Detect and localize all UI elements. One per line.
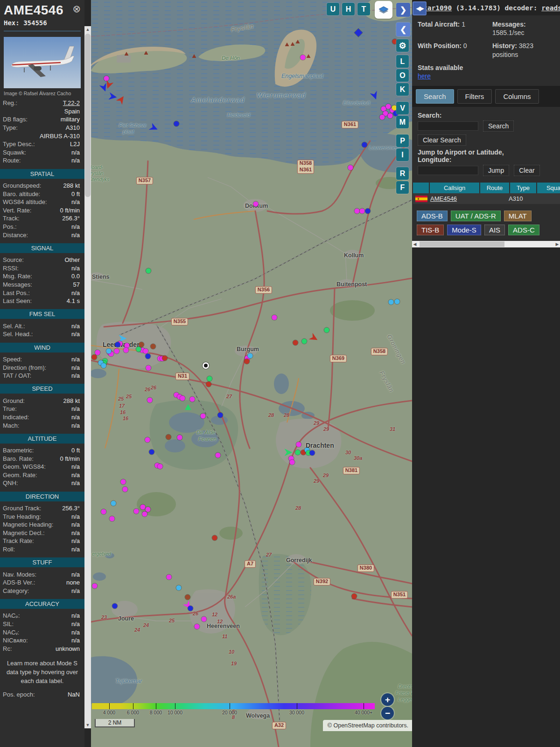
- aircraft-marker[interactable]: [158, 464, 163, 469]
- aircraft-marker[interactable]: [95, 350, 100, 355]
- aircraft-marker[interactable]: [206, 382, 211, 387]
- aircraft-marker[interactable]: [143, 349, 148, 354]
- map-button-p[interactable]: P: [396, 134, 409, 147]
- aircraft-marker[interactable]: [147, 398, 153, 403]
- aircraft-marker[interactable]: [151, 344, 156, 349]
- aircraft-marker[interactable]: [324, 328, 329, 333]
- aircraft-marker[interactable]: [149, 450, 154, 455]
- aircraft-marker[interactable]: [177, 435, 182, 440]
- map-attribution[interactable]: © OpenStreetMap contributors.: [323, 720, 412, 731]
- map-button-k[interactable]: K: [396, 83, 409, 96]
- map-button-o[interactable]: O: [396, 69, 409, 82]
- aircraft-marker[interactable]: [301, 55, 306, 60]
- source-filter-tisb[interactable]: TIS-B: [417, 225, 444, 235]
- aircraft-marker[interactable]: [146, 366, 151, 371]
- stats-here-link[interactable]: here: [418, 72, 431, 80]
- aircraft-marker[interactable]: [362, 142, 367, 148]
- aircraft-marker[interactable]: [202, 617, 207, 622]
- aircraft-marker[interactable]: [302, 339, 307, 344]
- aircraft-marker[interactable]: [201, 414, 206, 419]
- aircraft-marker[interactable]: [348, 165, 353, 170]
- aircraft-marker[interactable]: [188, 606, 193, 611]
- hscrollbar-thumb[interactable]: [420, 241, 504, 247]
- source-filter-ais[interactable]: AIS: [484, 225, 505, 235]
- map-button-m[interactable]: M: [396, 116, 409, 128]
- settings-gear-button[interactable]: ⚙: [396, 39, 409, 52]
- zoom-out-button[interactable]: −: [381, 707, 394, 719]
- aircraft-marker[interactable]: [106, 349, 112, 354]
- aircraft-marker[interactable]: [248, 353, 253, 359]
- panel-horizontal-scrollbar[interactable]: ◀ ▶: [412, 241, 560, 247]
- map-button-u[interactable]: U: [327, 3, 339, 15]
- tab-filters[interactable]: Filters: [457, 89, 492, 104]
- aircraft-marker[interactable]: [245, 359, 250, 364]
- readsb-link[interactable]: readsb: [541, 4, 560, 12]
- source-filter-modes[interactable]: Mode-S: [447, 225, 481, 235]
- aircraft-marker[interactable]: [212, 536, 217, 541]
- search-input[interactable]: [418, 121, 478, 131]
- map-button-t[interactable]: T: [357, 3, 370, 15]
- aircraft-marker[interactable]: [112, 604, 118, 609]
- zoom-in-button[interactable]: +: [381, 693, 394, 706]
- aircraft-marker[interactable]: [104, 76, 109, 81]
- aircraft-marker[interactable]: [101, 509, 106, 514]
- aircraft-marker[interactable]: [380, 115, 385, 120]
- scroll-right-icon[interactable]: ▶: [554, 241, 560, 247]
- map-button-r[interactable]: R: [396, 167, 409, 180]
- aircraft-marker[interactable]: [190, 397, 195, 402]
- aircraft-photo[interactable]: [4, 37, 81, 88]
- aircraft-marker[interactable]: [142, 512, 147, 517]
- aircraft-marker[interactable]: [355, 209, 360, 214]
- aircraft-marker[interactable]: [310, 451, 315, 456]
- source-filter-uatadsr[interactable]: UAT / ADS-R: [451, 211, 501, 221]
- scroll-left-icon[interactable]: ◀: [412, 241, 418, 247]
- map-button-f[interactable]: F: [396, 181, 409, 194]
- aircraft-marker[interactable]: [389, 300, 394, 305]
- tab-search[interactable]: Search: [416, 89, 454, 104]
- source-filter-mlat[interactable]: MLAT: [504, 211, 532, 221]
- aircraft-marker[interactable]: [295, 450, 301, 455]
- source-filter-adsc[interactable]: ADS-C: [508, 225, 539, 235]
- aircraft-marker[interactable]: [352, 594, 357, 599]
- aircraft-marker[interactable]: [207, 376, 212, 381]
- aircraft-marker[interactable]: [360, 209, 365, 214]
- clear-search-button[interactable]: Clear Search: [418, 134, 466, 146]
- aircraft-marker[interactable]: [195, 624, 200, 629]
- aircraft-marker[interactable]: [146, 507, 151, 512]
- callsign-cell[interactable]: AME4546: [429, 193, 478, 204]
- scroll-down-icon[interactable]: ▼: [84, 722, 91, 728]
- layers-button[interactable]: [375, 1, 392, 19]
- registration-link[interactable]: T.22-2: [63, 99, 80, 106]
- sidebar-scrollbar[interactable]: ▲ ▼: [84, 26, 91, 728]
- aircraft-marker[interactable]: [388, 113, 393, 119]
- aircraft-marker[interactable]: [185, 595, 190, 600]
- map-button-l[interactable]: L: [396, 55, 409, 68]
- aircraft-marker[interactable]: [166, 435, 171, 440]
- aircraft-marker[interactable]: [293, 340, 298, 345]
- jump-input[interactable]: [418, 166, 478, 175]
- map-button-i[interactable]: I: [396, 148, 409, 161]
- aircraft-marker[interactable]: [146, 268, 151, 274]
- scroll-up-icon[interactable]: ▲: [84, 26, 91, 33]
- aircraft-marker[interactable]: [180, 396, 185, 401]
- aircraft-marker[interactable]: [218, 413, 223, 418]
- close-icon[interactable]: ⊗: [72, 4, 81, 14]
- aircraft-marker[interactable]: [146, 354, 151, 359]
- column-header-callsign[interactable]: Callsign: [430, 183, 479, 193]
- aircraft-marker[interactable]: [167, 575, 172, 580]
- aircraft-marker[interactable]: [124, 348, 129, 353]
- aircraft-marker[interactable]: [92, 355, 97, 360]
- table-row[interactable]: AME4546 A310 0: [413, 193, 560, 204]
- aircraft-marker[interactable]: [121, 479, 126, 485]
- column-header-route[interactable]: Route: [480, 183, 509, 193]
- aircraft-marker[interactable]: [162, 356, 168, 361]
- map[interactable]: FryslânDe HônEngelsmanplaatAmelanderwadW…: [91, 0, 412, 747]
- aircraft-marker[interactable]: [140, 505, 146, 510]
- panel-toggle-button[interactable]: ◀▶: [413, 1, 427, 15]
- aircraft-marker[interactable]: [272, 315, 277, 320]
- aircraft-marker[interactable]: [290, 460, 295, 465]
- aircraft-marker[interactable]: [111, 501, 116, 506]
- aircraft-marker[interactable]: [139, 342, 144, 347]
- tab-columns[interactable]: Columns: [495, 89, 539, 104]
- callsign-link[interactable]: AME4546: [430, 195, 457, 202]
